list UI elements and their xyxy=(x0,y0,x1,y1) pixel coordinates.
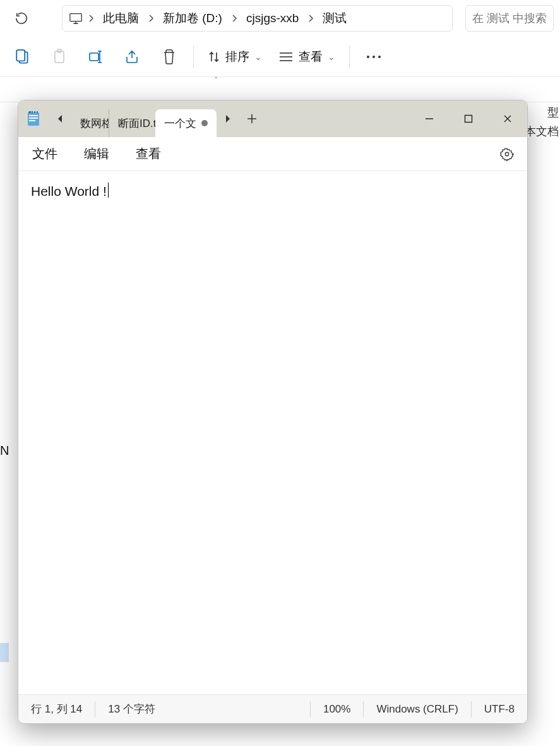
svg-point-9 xyxy=(367,56,369,58)
close-button[interactable] xyxy=(488,100,527,137)
notepad-app-icon xyxy=(18,100,49,137)
tab-label: 断面ID.txt xyxy=(118,116,155,131)
toolbar-separator xyxy=(349,45,350,68)
window-controls xyxy=(410,100,527,137)
breadcrumb-item[interactable]: 新加卷 (D:) xyxy=(159,10,226,27)
notepad-titlebar[interactable]: 数网格 断面ID.txt 一个文 xyxy=(18,100,527,137)
notepad-window: 数网格 断面ID.txt 一个文 文件 编辑 查看 xyxy=(18,100,528,724)
refresh-button[interactable] xyxy=(6,3,37,33)
view-label: 查看 xyxy=(299,49,323,65)
svg-point-10 xyxy=(372,56,375,58)
explorer-address-bar: 此电脑 新加卷 (D:) cjsjgs-xxb 测试 在 测试 中搜索 xyxy=(0,0,560,37)
unsaved-dot-icon xyxy=(201,120,208,126)
minimize-button[interactable] xyxy=(410,100,449,137)
menu-edit[interactable]: 编辑 xyxy=(78,141,116,166)
menu-view[interactable]: 查看 xyxy=(129,141,167,166)
tab-label: 数网格 xyxy=(80,116,109,131)
notepad-tab[interactable]: 断面ID.txt xyxy=(109,109,155,137)
status-zoom[interactable]: 100% xyxy=(311,701,363,718)
status-cursor-pos[interactable]: 行 1, 列 14 xyxy=(18,701,95,718)
maximize-button[interactable] xyxy=(449,100,488,137)
explorer-toolbar: 排序 ⌄ 查看 ⌄ xyxy=(0,37,560,77)
rename-button[interactable] xyxy=(80,40,112,73)
new-item-button[interactable] xyxy=(6,40,39,73)
new-tab-button[interactable] xyxy=(239,100,265,137)
svg-rect-13 xyxy=(29,115,38,116)
sort-label: 排序 xyxy=(225,49,249,65)
search-placeholder: 在 测试 中搜索 xyxy=(472,11,547,26)
text-caret xyxy=(108,183,109,198)
svg-rect-0 xyxy=(70,14,81,21)
notepad-tab-active[interactable]: 一个文 xyxy=(155,109,217,137)
svg-rect-5 xyxy=(90,53,98,61)
breadcrumb-item[interactable]: cjsjgs-xxb xyxy=(242,11,302,25)
status-char-count: 13 个字符 xyxy=(95,701,168,718)
svg-rect-17 xyxy=(465,116,472,123)
svg-rect-15 xyxy=(29,120,35,121)
tab-scroll-left-button[interactable] xyxy=(49,100,71,137)
svg-rect-12 xyxy=(28,112,39,126)
notepad-status-bar: 行 1, 列 14 13 个字符 100% Windows (CRLF) UTF… xyxy=(18,694,527,723)
status-encoding[interactable]: UTF-8 xyxy=(472,701,527,718)
svg-point-11 xyxy=(378,56,381,58)
notepad-menubar: 文件 编辑 查看 xyxy=(18,137,527,171)
status-line-ending[interactable]: Windows (CRLF) xyxy=(364,701,470,718)
chevron-right-icon xyxy=(148,14,154,23)
explorer-search-input[interactable]: 在 测试 中搜索 xyxy=(465,5,554,32)
toolbar-separator xyxy=(193,45,194,68)
breadcrumb-item[interactable]: 测试 xyxy=(319,10,350,27)
breadcrumb-bar[interactable]: 此电脑 新加卷 (D:) cjsjgs-xxb 测试 xyxy=(62,5,453,32)
sort-button[interactable]: 排序 ⌄ xyxy=(201,40,268,73)
svg-point-18 xyxy=(505,152,509,156)
delete-button[interactable] xyxy=(153,40,186,73)
notepad-tab-strip: 数网格 断面ID.txt 一个文 xyxy=(71,100,217,137)
notepad-text-area[interactable]: Hello World ! xyxy=(18,171,527,694)
pc-icon xyxy=(69,12,83,25)
view-button[interactable]: 查看 ⌄ xyxy=(272,40,342,73)
type-column-hint: 型 xyxy=(546,102,560,123)
svg-rect-2 xyxy=(16,50,25,61)
chevron-down-icon: ⌄ xyxy=(254,52,262,62)
paste-button xyxy=(43,40,76,73)
chevron-right-icon xyxy=(231,14,237,23)
editor-content: Hello World ! xyxy=(31,184,107,198)
settings-button[interactable] xyxy=(494,141,520,167)
chevron-right-icon xyxy=(307,14,314,23)
nav-pane-letter: N xyxy=(0,443,9,458)
menu-file[interactable]: 文件 xyxy=(26,141,64,166)
more-button[interactable] xyxy=(357,40,390,73)
notepad-tab[interactable]: 数网格 xyxy=(71,109,109,137)
svg-rect-14 xyxy=(29,117,38,119)
share-button[interactable] xyxy=(116,40,149,73)
tab-scroll-right-button[interactable] xyxy=(217,100,239,137)
chevron-right-icon xyxy=(88,14,94,23)
column-headers[interactable]: ˆ xyxy=(0,77,560,102)
file-type-text: 本文档 xyxy=(523,121,560,141)
selection-indicator xyxy=(0,643,9,662)
sort-caret-icon: ˆ xyxy=(215,76,218,86)
tab-label: 一个文 xyxy=(164,116,196,131)
breadcrumb-item[interactable]: 此电脑 xyxy=(99,10,143,27)
chevron-down-icon: ⌄ xyxy=(328,52,335,62)
